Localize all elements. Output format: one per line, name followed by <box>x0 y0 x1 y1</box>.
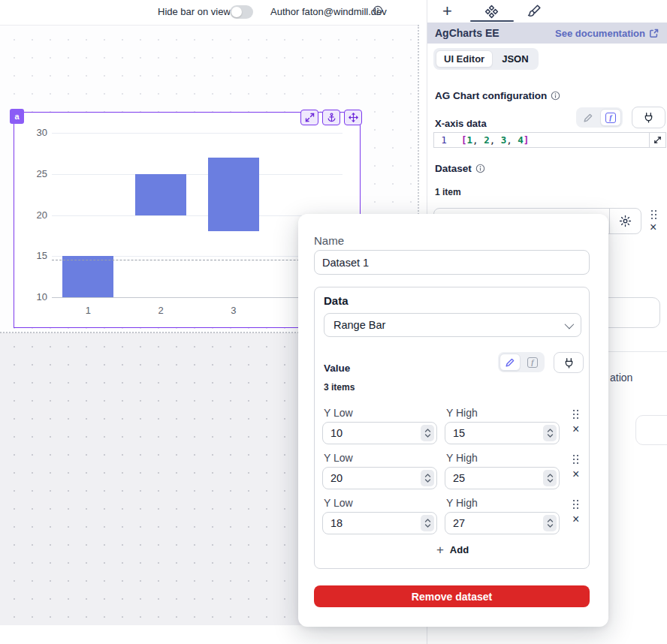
expand-component-button[interactable] <box>300 110 318 125</box>
y-high-label: Y High <box>446 407 478 419</box>
gear-icon <box>619 215 632 227</box>
x-axis-tick-label: 2 <box>146 305 176 316</box>
editor-mode-switch: UI Editor JSON <box>433 48 539 70</box>
code-content: [1, 2, 3, 4] <box>454 134 529 146</box>
y-high-input[interactable]: 25 <box>445 467 560 489</box>
y-low-label: Y Low <box>324 497 353 509</box>
y-axis-tick-label: 30 <box>25 127 47 138</box>
remove-row-icon[interactable]: × <box>572 513 579 525</box>
drag-handle-icon[interactable] <box>651 210 653 212</box>
tab-ui-editor[interactable]: UI Editor <box>436 50 493 68</box>
xaxis-input-mode-group: f <box>576 107 623 128</box>
anchor-icon <box>327 113 337 122</box>
toggle-knob <box>231 7 242 17</box>
y-high-input[interactable]: 15 <box>445 422 560 444</box>
xaxis-code-editor[interactable]: 1 [1, 2, 3, 4] <box>433 132 666 148</box>
x-axis-tick-label: 1 <box>73 305 103 316</box>
code-line-number: 1 <box>434 134 454 146</box>
drag-handle-icon[interactable] <box>573 500 575 501</box>
app-root: Hide bar on view Author faton@windmill.d… <box>0 0 667 644</box>
gridline <box>52 174 343 175</box>
pen-icon <box>583 113 593 123</box>
y-axis-tick-label: 10 <box>25 291 47 302</box>
input-value: 25 <box>453 472 465 484</box>
y-low-label: Y Low <box>324 452 353 464</box>
style-tab[interactable] <box>527 4 542 18</box>
input-value: 15 <box>453 427 465 439</box>
xaxis-connect-button[interactable] <box>632 107 665 128</box>
dataset-section-title: Dataset <box>435 163 485 174</box>
see-documentation-link[interactable]: See documentation <box>555 28 659 39</box>
range-bar[interactable] <box>208 158 259 232</box>
active-tab-underline <box>470 20 514 22</box>
add-item-button[interactable]: + Add <box>315 544 590 555</box>
y-high-label: Y High <box>446 497 478 509</box>
number-stepper[interactable] <box>543 425 557 441</box>
component-header: AgCharts EE See documentation <box>427 23 667 44</box>
remove-row-icon[interactable]: × <box>572 468 579 480</box>
code-token: 1 <box>467 134 473 146</box>
expression-mode-button[interactable]: f <box>600 109 621 126</box>
range-bar[interactable] <box>135 174 186 215</box>
number-stepper[interactable] <box>421 515 434 531</box>
dataset-count-label: 1 item <box>435 187 461 197</box>
y-low-input[interactable]: 18 <box>322 512 437 534</box>
y-axis-tick-label: 15 <box>25 250 47 261</box>
anchor-component-button[interactable] <box>322 110 340 125</box>
hidden-text-fragment: ation <box>610 372 632 384</box>
number-stepper[interactable] <box>543 515 557 531</box>
remove-row-icon[interactable]: × <box>572 423 579 435</box>
remove-item-icon[interactable]: × <box>650 221 656 233</box>
input-value: 10 <box>330 427 343 439</box>
y-axis-tick-label: 20 <box>25 209 47 221</box>
dataset-modal: Name Dataset 1 Data Range Bar Value f <box>298 214 608 627</box>
xaxis-data-label: X-axis data <box>435 118 487 129</box>
gridline <box>52 215 343 216</box>
paintbrush-icon <box>527 4 542 18</box>
component-settings-tab[interactable] <box>484 5 499 19</box>
number-stepper[interactable] <box>543 470 557 486</box>
code-token: ] <box>524 134 530 146</box>
dataset-name-input[interactable]: Dataset 1 <box>314 250 590 275</box>
add-component-tab[interactable]: + <box>442 3 452 20</box>
gridline <box>52 133 343 134</box>
value-rows-container: Y Low10Y High15×Y Low20Y High25×Y Low18Y… <box>315 287 590 543</box>
code-token: [ <box>461 134 467 146</box>
info-icon[interactable] <box>551 91 560 101</box>
name-label: Name <box>314 234 344 247</box>
input-value: 27 <box>453 517 465 529</box>
hide-bar-toggle[interactable] <box>230 5 253 19</box>
drag-handle-icon[interactable] <box>573 455 575 456</box>
tab-json[interactable]: JSON <box>494 51 536 67</box>
number-stepper[interactable] <box>421 470 434 486</box>
number-stepper[interactable] <box>421 425 434 441</box>
components-icon <box>484 5 499 19</box>
data-section: Data Range Bar Value f 3 items Y Lo <box>314 287 590 569</box>
y-high-input[interactable]: 27 <box>445 512 560 534</box>
dataset-settings-button[interactable] <box>609 209 641 233</box>
info-icon[interactable] <box>373 5 383 16</box>
input-value: 18 <box>330 517 343 529</box>
config-section-title: AG Chart configuration <box>435 90 560 101</box>
drag-handle-icon[interactable] <box>573 410 575 411</box>
component-id-badge[interactable]: a <box>10 109 24 124</box>
function-icon: f <box>605 113 616 123</box>
plug-icon <box>643 112 654 123</box>
move-component-button[interactable] <box>344 110 362 125</box>
external-link-icon <box>649 29 659 38</box>
remove-dataset-button[interactable]: Remove dataset <box>314 585 590 607</box>
static-mode-button[interactable] <box>578 109 599 126</box>
input-value: 20 <box>330 472 343 484</box>
info-icon[interactable] <box>475 164 485 173</box>
code-token: , <box>490 134 501 146</box>
code-token: , <box>506 134 518 146</box>
y-low-input[interactable]: 20 <box>322 467 437 489</box>
y-low-label: Y Low <box>324 407 353 419</box>
range-bar[interactable] <box>62 256 113 297</box>
y-axis-tick-label: 25 <box>25 168 47 179</box>
hidden-box-fragment <box>635 415 667 445</box>
y-low-input[interactable]: 10 <box>322 422 437 444</box>
hide-bar-label: Hide bar on view <box>158 6 231 17</box>
x-axis-tick-label: 3 <box>219 305 249 316</box>
expand-editor-button[interactable] <box>649 133 665 147</box>
